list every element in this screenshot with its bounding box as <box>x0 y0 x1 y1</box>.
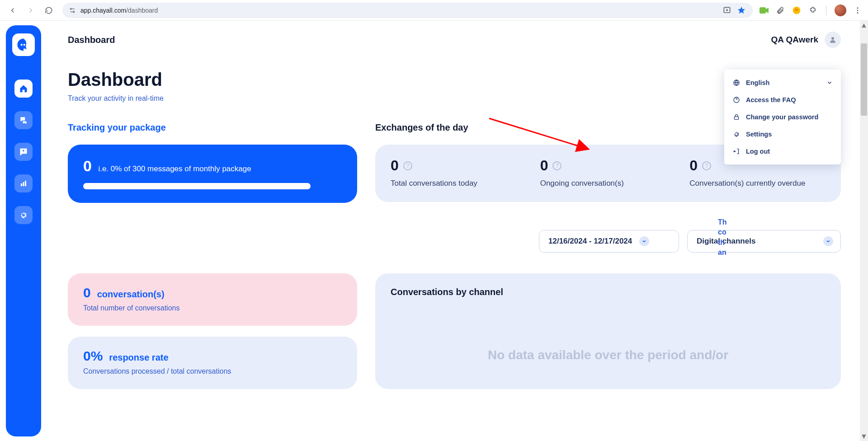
stat-sub: Total number of conversations <box>83 304 342 312</box>
dd-label: Log out <box>746 148 770 155</box>
svg-rect-14 <box>25 181 26 186</box>
conversations-stat-card: 0 conversation(s) Total number of conver… <box>68 273 357 326</box>
dd-label: Change your password <box>746 113 818 121</box>
dd-label: Access the FAQ <box>746 96 796 103</box>
url-path: /dashboard <box>126 7 158 14</box>
breadcrumb: Dashboard <box>68 35 115 45</box>
svg-point-1 <box>73 11 75 13</box>
username-label: QA QAwerk <box>771 35 818 45</box>
gear-icon <box>732 131 741 138</box>
dd-logout[interactable]: Log out <box>724 143 841 160</box>
svg-point-9 <box>24 44 25 46</box>
dd-settings[interactable]: Settings <box>724 126 841 143</box>
install-icon[interactable] <box>722 5 732 15</box>
metric-label: Total conversations today <box>391 178 527 188</box>
nav-conversations[interactable] <box>14 111 33 129</box>
bookmark-star-icon[interactable] <box>736 5 746 15</box>
globe-icon <box>732 79 741 86</box>
stat-value: 0% <box>83 348 103 364</box>
profile-avatar[interactable] <box>835 5 846 16</box>
forward-button[interactable] <box>24 3 38 18</box>
nav-settings[interactable] <box>14 206 33 224</box>
package-description: i.e. 0% of 300 messages of monthly packa… <box>98 164 251 173</box>
package-section-title: Tracking your package <box>68 122 357 133</box>
metric-ongoing: 0 ? Ongoing conversation(s) <box>540 157 676 188</box>
response-rate-stat-card: 0% response rate Conversations processed… <box>68 337 357 389</box>
svg-point-8 <box>21 44 23 46</box>
reload-button[interactable] <box>42 3 56 18</box>
date-range-select[interactable]: 12/16/2024 - 12/17/2024 <box>539 230 679 253</box>
help-icon[interactable]: ? <box>403 161 412 170</box>
chevron-down-icon <box>826 80 833 86</box>
dd-language[interactable]: English <box>724 74 841 91</box>
browser-extensions <box>759 5 863 16</box>
svg-rect-3 <box>760 7 766 14</box>
dd-password[interactable]: Change your password <box>724 108 841 126</box>
stat-value: 0 <box>83 285 91 300</box>
channel-select[interactable]: Digital channels <box>687 230 841 253</box>
dd-label: English <box>746 79 769 86</box>
svg-point-15 <box>831 37 834 40</box>
browser-toolbar: app.chayall.com/dashboard <box>0 0 868 21</box>
logout-icon <box>732 148 741 155</box>
ext-cam-icon[interactable] <box>759 5 769 15</box>
help-icon[interactable]: ? <box>702 161 711 170</box>
metric-value: 0 <box>689 157 698 174</box>
stat-sub: Conversations processed / total conversa… <box>83 367 342 375</box>
channels-title: Conversations by channel <box>391 287 826 297</box>
nodata-message: No data available over the period and/or <box>391 347 826 363</box>
lock-icon <box>732 113 741 121</box>
svg-rect-13 <box>23 182 24 186</box>
stat-title: conversation(s) <box>97 289 165 300</box>
dd-faq[interactable]: Access the FAQ <box>724 91 841 108</box>
stat-title: response rate <box>109 352 168 363</box>
svg-point-7 <box>857 12 859 13</box>
back-button[interactable] <box>5 3 20 18</box>
ext-clip-icon[interactable] <box>775 5 785 15</box>
app-logo[interactable] <box>12 33 35 56</box>
address-bar[interactable]: app.chayall.com/dashboard <box>62 3 753 18</box>
user-dropdown: English Access the FAQ Change your passw… <box>724 70 841 164</box>
svg-point-6 <box>857 9 859 11</box>
package-card: 0 i.e. 0% of 300 messages of monthly pac… <box>68 145 357 203</box>
svg-rect-18 <box>734 117 738 119</box>
url-host: app.chayall.com <box>80 7 126 14</box>
chevron-down-icon <box>639 236 649 246</box>
dd-label: Settings <box>746 131 772 138</box>
svg-point-5 <box>857 7 859 9</box>
package-count: 0 <box>83 157 92 175</box>
sidebar <box>0 21 50 441</box>
help-circle-icon <box>732 96 741 103</box>
chevron-down-icon <box>823 236 833 246</box>
metric-label: Conversation(s) currently overdue <box>689 178 826 188</box>
svg-point-0 <box>70 8 71 9</box>
kebab-menu-icon[interactable] <box>853 5 863 15</box>
peek-text: Th co th an <box>718 217 733 258</box>
user-avatar-button[interactable] <box>825 32 841 48</box>
metric-value: 0 <box>391 157 399 174</box>
package-progress-bar <box>83 183 311 189</box>
date-range-value: 12/16/2024 - 12/17/2024 <box>548 237 632 246</box>
nav-new-message[interactable] <box>14 143 33 161</box>
svg-rect-12 <box>21 183 22 186</box>
metric-total-today: 0 ? Total conversations today <box>391 157 527 188</box>
nav-dashboard[interactable] <box>14 80 33 98</box>
nav-analytics[interactable] <box>14 174 33 192</box>
extensions-icon[interactable] <box>808 5 818 15</box>
metric-label: Ongoing conversation(s) <box>540 178 676 188</box>
svg-point-10 <box>26 44 28 46</box>
metric-value: 0 <box>540 157 548 174</box>
ext-yellow-icon[interactable] <box>792 5 802 15</box>
channels-card: Conversations by channel No data availab… <box>375 273 841 389</box>
help-icon[interactable]: ? <box>552 161 561 170</box>
